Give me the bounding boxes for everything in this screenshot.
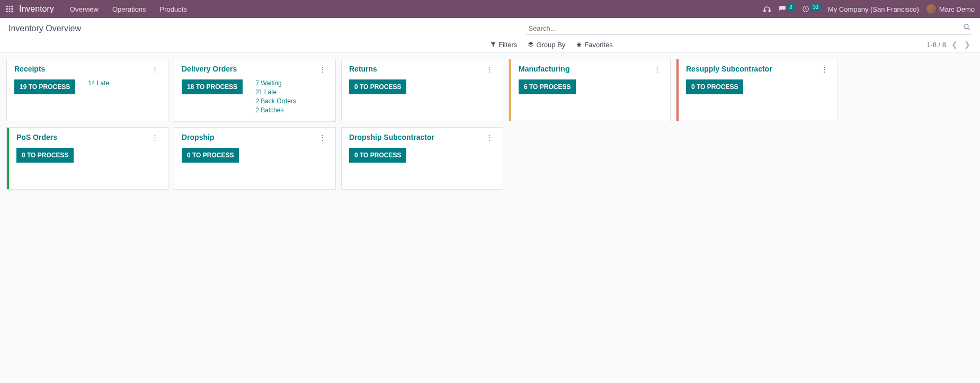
card-header: Manufacturing⋮ bbox=[519, 65, 663, 73]
card-body: 6 TO PROCESS bbox=[519, 79, 663, 94]
search-input[interactable] bbox=[526, 22, 972, 35]
card-title[interactable]: Delivery Orders bbox=[182, 65, 237, 73]
favorites-label: Favorites bbox=[584, 41, 612, 49]
topnav-right: 2 10 My Company (San Francisco) Marc Dem… bbox=[763, 4, 975, 14]
search-options: Filters Group By Favorites bbox=[490, 41, 613, 49]
svg-rect-1 bbox=[9, 6, 11, 7]
card-body: 0 TO PROCESS bbox=[686, 79, 830, 94]
process-button[interactable]: 6 TO PROCESS bbox=[519, 79, 576, 94]
kanban-card[interactable]: Delivery Orders⋮18 TO PROCESS7 Waiting21… bbox=[174, 59, 336, 122]
process-button[interactable]: 0 TO PROCESS bbox=[182, 148, 239, 163]
svg-rect-2 bbox=[12, 6, 13, 7]
card-title[interactable]: Resupply Subcontractor bbox=[686, 65, 772, 73]
svg-rect-7 bbox=[9, 11, 11, 13]
card-title[interactable]: Returns bbox=[349, 65, 377, 73]
pager: 1-8 / 8 ❮ ❯ bbox=[926, 40, 972, 49]
filters-label: Filters bbox=[498, 41, 517, 49]
nav-products[interactable]: Products bbox=[155, 5, 192, 13]
company-switcher[interactable]: My Company (San Francisco) bbox=[828, 5, 919, 13]
messages-badge: 2 bbox=[787, 4, 795, 11]
card-header: Returns⋮ bbox=[349, 65, 495, 73]
card-color-bar bbox=[7, 128, 9, 189]
user-name: Marc Demo bbox=[939, 5, 975, 13]
kanban-card[interactable]: PoS Orders⋮0 TO PROCESS bbox=[6, 127, 168, 190]
pager-prev[interactable]: ❮ bbox=[950, 40, 959, 49]
kanban-view: Receipts⋮19 TO PROCESS14 LateDelivery Or… bbox=[0, 52, 980, 196]
svg-rect-4 bbox=[9, 8, 11, 10]
card-body: 0 TO PROCESS bbox=[16, 148, 161, 163]
card-extras: 7 Waiting21 Late2 Back Orders2 Batches bbox=[255, 79, 296, 114]
topnav-left: Inventory Overview Operations Products bbox=[5, 4, 192, 14]
process-button[interactable]: 0 TO PROCESS bbox=[349, 79, 406, 94]
card-body: 19 TO PROCESS14 Late bbox=[14, 79, 161, 94]
kebab-icon[interactable]: ⋮ bbox=[484, 65, 495, 73]
search-icon[interactable] bbox=[963, 23, 970, 32]
card-header: Dropship⋮ bbox=[182, 133, 328, 141]
messages-icon[interactable]: 2 bbox=[779, 5, 795, 13]
kanban-card[interactable]: Resupply Subcontractor⋮0 TO PROCESS bbox=[676, 59, 838, 121]
pager-next[interactable]: ❯ bbox=[963, 40, 972, 49]
apps-icon[interactable] bbox=[5, 5, 14, 13]
nav-overview[interactable]: Overview bbox=[65, 5, 104, 13]
process-button[interactable]: 18 TO PROCESS bbox=[182, 79, 243, 94]
nav-operations[interactable]: Operations bbox=[107, 5, 152, 13]
kebab-icon[interactable]: ⋮ bbox=[652, 65, 663, 73]
svg-point-12 bbox=[964, 24, 968, 29]
top-navbar: Inventory Overview Operations Products 2… bbox=[0, 0, 980, 18]
kebab-icon[interactable]: ⋮ bbox=[484, 133, 495, 141]
card-title[interactable]: Receipts bbox=[14, 65, 45, 73]
card-body: 0 TO PROCESS bbox=[349, 79, 495, 94]
card-extra-link[interactable]: 7 Waiting bbox=[255, 79, 296, 87]
app-brand[interactable]: Inventory bbox=[19, 4, 54, 14]
card-body: 0 TO PROCESS bbox=[182, 148, 328, 163]
svg-rect-0 bbox=[6, 6, 8, 7]
kanban-card[interactable]: Receipts⋮19 TO PROCESS14 Late bbox=[6, 59, 168, 121]
groupby-label: Group By bbox=[536, 41, 565, 49]
cp-row-top: Inventory Overview bbox=[8, 22, 972, 35]
pager-text[interactable]: 1-8 / 8 bbox=[926, 41, 946, 49]
process-button[interactable]: 0 TO PROCESS bbox=[349, 148, 406, 163]
kebab-icon[interactable]: ⋮ bbox=[317, 133, 328, 141]
svg-rect-8 bbox=[12, 11, 13, 13]
cp-row-bottom: Filters Group By Favorites 1-8 / 8 ❮ ❯ bbox=[8, 40, 972, 49]
user-menu[interactable]: Marc Demo bbox=[926, 4, 975, 14]
card-header: Resupply Subcontractor⋮ bbox=[686, 65, 830, 73]
card-color-bar bbox=[676, 59, 679, 121]
support-icon[interactable] bbox=[763, 5, 771, 13]
card-extra-link[interactable]: 2 Batches bbox=[255, 106, 296, 114]
svg-rect-3 bbox=[6, 8, 8, 10]
process-button[interactable]: 0 TO PROCESS bbox=[16, 148, 74, 163]
avatar bbox=[926, 4, 936, 14]
card-header: Dropship Subcontractor⋮ bbox=[349, 133, 495, 141]
favorites-button[interactable]: Favorites bbox=[576, 41, 612, 49]
card-title[interactable]: PoS Orders bbox=[16, 133, 57, 141]
kebab-icon[interactable]: ⋮ bbox=[149, 133, 161, 141]
card-extra-link[interactable]: 2 Back Orders bbox=[255, 97, 296, 105]
search-wrap bbox=[81, 22, 972, 35]
groupby-button[interactable]: Group By bbox=[528, 41, 565, 49]
card-extra-link[interactable]: 14 Late bbox=[88, 79, 109, 87]
card-title[interactable]: Dropship Subcontractor bbox=[349, 133, 434, 141]
card-title[interactable]: Manufacturing bbox=[519, 65, 569, 73]
process-button[interactable]: 19 TO PROCESS bbox=[14, 79, 75, 94]
kanban-card[interactable]: Manufacturing⋮6 TO PROCESS bbox=[509, 59, 671, 121]
filters-button[interactable]: Filters bbox=[490, 41, 517, 49]
card-extra-link[interactable]: 21 Late bbox=[255, 88, 296, 96]
process-button[interactable]: 0 TO PROCESS bbox=[686, 79, 743, 94]
card-title[interactable]: Dropship bbox=[182, 133, 214, 141]
kanban-card[interactable]: Dropship⋮0 TO PROCESS bbox=[174, 127, 336, 190]
kebab-icon[interactable]: ⋮ bbox=[149, 65, 161, 73]
svg-rect-10 bbox=[769, 10, 771, 12]
kebab-icon[interactable]: ⋮ bbox=[317, 65, 328, 73]
kebab-icon[interactable]: ⋮ bbox=[819, 65, 830, 73]
card-body: 0 TO PROCESS bbox=[349, 148, 495, 163]
card-header: Delivery Orders⋮ bbox=[182, 65, 328, 73]
search-box bbox=[526, 22, 972, 35]
activities-icon[interactable]: 10 bbox=[802, 5, 821, 13]
svg-rect-9 bbox=[764, 10, 765, 12]
control-panel: Inventory Overview Filters Group By Favo… bbox=[0, 18, 980, 52]
svg-rect-6 bbox=[6, 11, 8, 13]
kanban-card[interactable]: Dropship Subcontractor⋮0 TO PROCESS bbox=[341, 127, 503, 190]
card-color-bar bbox=[509, 59, 511, 121]
kanban-card[interactable]: Returns⋮0 TO PROCESS bbox=[341, 59, 503, 121]
